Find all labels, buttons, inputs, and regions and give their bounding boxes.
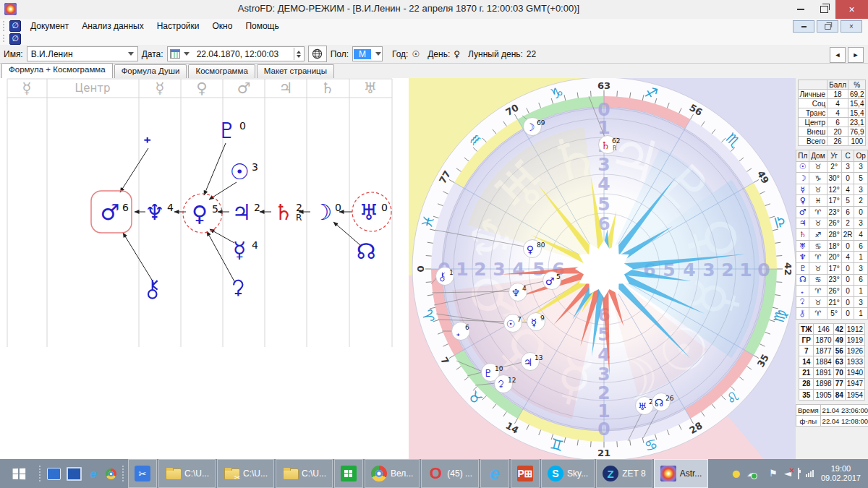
taskbar-button-zet[interactable]: ZZET 8 (596, 459, 652, 488)
svg-text:0: 0 (597, 419, 610, 440)
svg-text:♅: ♅ (638, 401, 647, 412)
name-select[interactable]: В.И.Ленин (27, 46, 138, 61)
document-icon[interactable]: ∅ (9, 20, 21, 32)
new-chart-tool-icon[interactable]: ∅ (9, 33, 21, 45)
taskbar-button-astro[interactable]: Astr... (654, 459, 709, 488)
year-label: Год: (392, 49, 408, 59)
menu-item-анализ-данных[interactable]: Анализ данных (75, 20, 150, 32)
start-button[interactable] (0, 459, 36, 488)
svg-text:♂: ♂ (101, 200, 120, 225)
tray-network-icon[interactable] (806, 470, 814, 477)
svg-text:42: 42 (783, 262, 793, 275)
table-row: Центр623,1 (798, 118, 866, 127)
menu-item-помощь[interactable]: Помощь (239, 20, 285, 32)
svg-text:☿: ☿ (531, 317, 537, 328)
place-globe-button[interactable] (308, 46, 327, 62)
sign-glyph: ♈ (809, 308, 827, 320)
grip-handle[interactable] (2, 34, 6, 44)
quick-launch: e (44, 467, 119, 481)
next-record-button[interactable]: ► (848, 47, 864, 63)
date-value: 22.04.1870, 12:00:03 (193, 49, 282, 59)
svg-text:♃: ♃ (232, 200, 252, 225)
tray-battery-icon[interactable] (798, 468, 799, 479)
tray-lemon-icon[interactable]: ● (732, 468, 740, 479)
child-restore-button[interactable] (817, 20, 838, 33)
taskbar-button-folder[interactable]: C:\U... (158, 459, 216, 488)
grip-handle[interactable] (2, 20, 6, 31)
taskbar-clock[interactable]: 19:00 09.02.2017 (820, 464, 868, 483)
table-header: Балл% (798, 80, 866, 90)
quicklaunch-ie-icon[interactable]: e (88, 468, 100, 479)
svg-text:26: 26 (665, 395, 674, 402)
svg-text:☊: ☊ (655, 397, 663, 408)
taskbar-button-folder[interactable]: C:\U... (276, 459, 333, 488)
child-close-button[interactable]: × (841, 20, 862, 33)
cosmogram-planet-chiron: 1 (436, 267, 454, 286)
taskbar-button-opera[interactable]: O(45) ... (421, 459, 479, 488)
prev-record-button[interactable]: ◄ (830, 47, 846, 63)
tab-формула-космограмма[interactable]: Формула + Космограмма (1, 63, 113, 78)
planet-glyph (796, 308, 809, 320)
svg-text:♃: ♃ (524, 356, 533, 368)
table-row: ☉♉2°33 (796, 161, 868, 173)
tab-формула-души[interactable]: Формула Души (114, 64, 187, 78)
quicklaunch-monitor-icon[interactable] (67, 467, 82, 481)
taskbar-button-chrome[interactable]: Вел... (365, 459, 420, 488)
close-button[interactable]: × (835, 0, 868, 19)
formula-column-header: ♄ (321, 80, 335, 97)
chevron-down-icon (375, 52, 381, 56)
date-input[interactable]: 22.04.1870, 12:00:03 (167, 46, 305, 61)
table-row: ♄♐28°2R4 (796, 229, 868, 241)
restore-button[interactable] (812, 0, 835, 19)
taskbar-button-folder-scissors[interactable]: ✂C:\U... (217, 459, 274, 488)
svg-text:63: 63 (597, 80, 610, 91)
svg-text:♀: ♀ (527, 244, 534, 255)
svg-text:21: 21 (597, 448, 610, 458)
sex-select[interactable]: М (352, 46, 383, 61)
menu-item-документ[interactable]: Документ (24, 20, 75, 32)
table-row: ф-лы22.04 12:08:00 (796, 416, 868, 427)
child-window-controls: × (793, 20, 862, 33)
taskbar-button-ie[interactable]: e (480, 459, 509, 488)
formula-column-header: ♃ (279, 80, 293, 97)
day-label: День: (427, 49, 450, 59)
minimize-button[interactable] (789, 0, 812, 19)
tab-макет-страницы[interactable]: Макет страницы (257, 64, 334, 78)
quicklaunch-chrome-icon[interactable] (106, 468, 116, 479)
quicklaunch-app-window-icon[interactable] (47, 468, 61, 480)
child-minimize-button[interactable] (793, 20, 814, 33)
taskbar-button-snip[interactable]: ✂ (128, 459, 157, 488)
sex-value: М (354, 49, 371, 59)
taskbar-button-skype[interactable]: SSky... (541, 459, 595, 488)
windows-taskbar: e ✂C:\U...✂C:\U...C:\U...Вел...O(45) ...… (0, 459, 868, 488)
planet-glyph: ♃ (796, 218, 809, 229)
formula-planet-saturn: ♄2R (274, 200, 302, 225)
svg-text:3: 3 (493, 259, 505, 280)
calendar-icon[interactable] (170, 49, 180, 59)
sign-glyph: ♈ (809, 286, 827, 297)
menu-item-настройки[interactable]: Настройки (150, 20, 206, 32)
tray-flag-icon[interactable]: ⚑ (769, 468, 778, 479)
table-row: ♆♈20°41 (796, 252, 868, 263)
soul-formula-panel: ☿Центр☿♀♂♃♄♅♂6♆4♀5♃2♄2R☽0♅0♇0☉3☿4☊ (0, 78, 409, 459)
taskbar-button-store[interactable] (334, 459, 363, 488)
table-row: ♅♋18°06 (796, 240, 868, 252)
day-planet-glyph: ♀ (454, 49, 460, 59)
svg-text:2: 2 (597, 382, 610, 403)
tab-космограмма[interactable]: Космограмма (188, 64, 255, 78)
svg-text:3: 3 (597, 154, 610, 175)
minimize-icon (801, 26, 807, 27)
taskbar-separator (38, 465, 42, 482)
table-row: Транс415,4 (798, 108, 866, 118)
tray-volume-muted-icon[interactable]: ◄× (784, 468, 791, 479)
date-spinner[interactable] (294, 48, 304, 60)
points-table: Балл%Личные1869,2Соц415,4Транс415,4Центр… (798, 80, 867, 146)
svg-text:5: 5 (212, 203, 218, 215)
svg-text:☉: ☉ (506, 318, 516, 330)
taskbar-button-powerpoint[interactable]: P⊞ (511, 459, 540, 488)
table-row: Всего26100 (798, 137, 866, 146)
menu-item-окно[interactable]: Окно (205, 20, 239, 32)
toolbar: ∅ (0, 33, 868, 46)
tray-cloud-icon[interactable]: ☁ (746, 468, 756, 479)
sign-glyph: ♉ (809, 262, 827, 274)
